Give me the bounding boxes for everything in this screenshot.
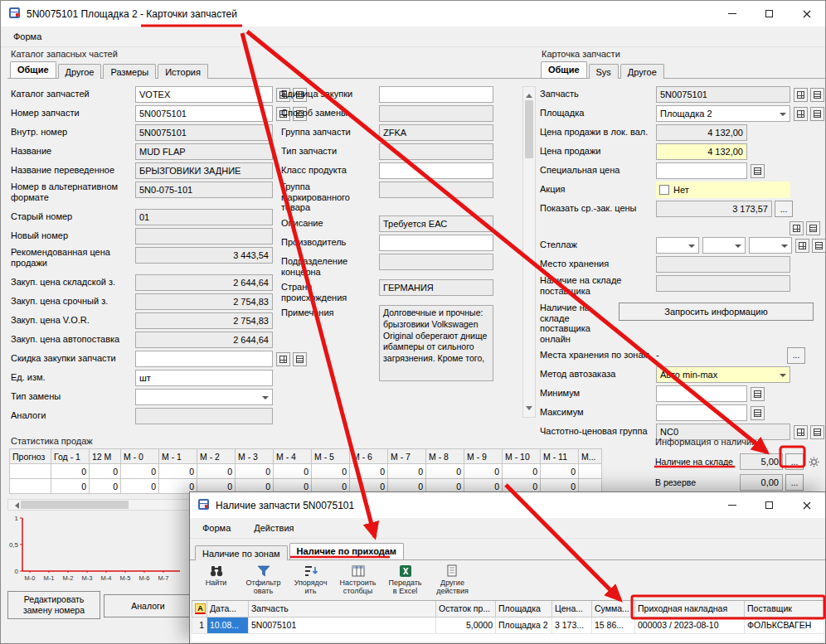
text-input[interactable]: шт — [135, 370, 273, 386]
card-tab-2[interactable]: Другое — [620, 64, 664, 79]
toolbar-columns-button[interactable]: Настроитьстолбцы — [335, 562, 381, 600]
table-cell[interactable]: 15 86... — [592, 617, 635, 633]
field-row: Цена продажи4 132,00 — [540, 143, 825, 160]
maximize-icon — [765, 501, 773, 509]
ellipsis-button[interactable]: ... — [775, 201, 793, 217]
toolbar-sort-button[interactable]: Упорядочить — [288, 562, 333, 600]
column-header[interactable]: Дата... — [207, 601, 249, 617]
text-input[interactable] — [656, 404, 747, 421]
menu-item-0[interactable]: Форма — [10, 30, 45, 43]
popup-menu-item-0[interactable]: Форма — [199, 521, 234, 535]
checkbox[interactable] — [659, 185, 669, 195]
minimize-button[interactable] — [713, 1, 751, 27]
edit-replacement-button[interactable]: Редактировать замену номера — [7, 591, 100, 619]
popup-window-title: Наличие запчасти 5N0075101 — [216, 500, 354, 511]
text-input[interactable] — [379, 86, 493, 103]
table-cell[interactable]: 3 173... — [552, 617, 592, 633]
column-header[interactable]: Приходная накладная — [635, 601, 745, 617]
text-input[interactable] — [656, 162, 747, 179]
grid-select-button[interactable] — [794, 88, 808, 102]
scroll-thumb[interactable] — [525, 100, 533, 158]
ellipsis-button[interactable]: ... — [787, 347, 805, 364]
toolbar-actions-button[interactable]: Другиедействия — [430, 562, 475, 600]
catalog-tabs: ОбщиеДругоеРазмерыИстория — [7, 61, 538, 79]
field-row: Минимум — [540, 385, 825, 402]
field-label: Частотно-ценовая группа — [540, 424, 656, 437]
card-select-button[interactable] — [810, 88, 824, 102]
column-header[interactable]: Цена... — [552, 601, 592, 617]
text-input[interactable] — [379, 162, 493, 179]
toolbar-binoculars-button[interactable]: Найти — [193, 562, 239, 600]
stats-cell: 0 — [274, 464, 312, 479]
table-cell[interactable]: ФОЛЬКСВАГЕН — [745, 617, 824, 633]
column-header[interactable]: Остаток пр... — [436, 601, 496, 617]
dropdown[interactable]: Площадка 2 — [656, 105, 790, 122]
maximize-button[interactable] — [751, 492, 788, 518]
card-tab-0[interactable]: Общие — [541, 61, 587, 78]
table-cell[interactable]: 10.08... — [207, 617, 249, 633]
field-text: 5,00 — [761, 457, 779, 467]
table-cell[interactable]: Площадка 2 — [496, 617, 552, 633]
card-select-button[interactable] — [812, 239, 826, 253]
gear-icon[interactable] — [806, 454, 821, 469]
close-button[interactable] — [788, 1, 825, 27]
ellipsis-button[interactable]: ... — [785, 453, 804, 470]
availability-panel-title: Информация о наличии — [655, 436, 826, 449]
text-input[interactable] — [379, 235, 493, 251]
maximize-button[interactable] — [751, 1, 788, 27]
toolbar-excel-button[interactable]: Передатьв Excel — [382, 562, 428, 600]
toolbar-filter-button[interactable]: Отфильтровать — [241, 562, 286, 600]
grid-select-button[interactable] — [795, 239, 809, 253]
catalog-tab-2[interactable]: Размеры — [103, 64, 156, 79]
text-input[interactable] — [135, 351, 273, 367]
table-cell[interactable]: 5N0075101 — [249, 617, 436, 633]
shelf-combo-2[interactable] — [702, 237, 746, 254]
calculator-button[interactable] — [751, 406, 765, 420]
catalog-tab-0[interactable]: Общие — [10, 61, 56, 78]
text-input[interactable]: 5N0075101 — [135, 105, 273, 122]
popup-menu-item-1[interactable]: Действия — [250, 521, 297, 535]
text-input[interactable] — [656, 385, 747, 402]
dropdown[interactable]: Авто min-max — [656, 366, 790, 383]
minimize-button[interactable] — [713, 492, 751, 518]
stats-cell: 0 — [312, 464, 350, 479]
catalog-tab-3[interactable]: История — [158, 64, 208, 79]
card-tab-1[interactable]: Sys — [589, 64, 619, 79]
popup-tab-1[interactable]: Наличие по приходам — [289, 543, 404, 559]
marker-column-header[interactable]: A — [192, 601, 207, 617]
part-card-panel: Карточка запчасти ОбщиеSysДругое Запчаст… — [538, 48, 826, 433]
text-input[interactable]: VOTEX — [135, 86, 273, 103]
grid-select-button[interactable] — [790, 221, 804, 235]
column-header[interactable]: Сумма... — [592, 601, 635, 617]
shelf-combo-3[interactable] — [749, 237, 792, 254]
calculator-icon — [754, 167, 761, 175]
request-info-button[interactable]: Запросить информацию — [619, 303, 814, 321]
grid-select-button[interactable] — [794, 107, 808, 121]
calculator-button[interactable] — [751, 164, 765, 178]
card-select-button[interactable] — [810, 107, 824, 121]
scroll-up-icon[interactable] — [523, 87, 535, 99]
analogs-button[interactable]: Аналоги — [104, 594, 192, 617]
catalog-tab-1[interactable]: Другое — [58, 64, 102, 79]
table-row[interactable]: 110.08...5N00751015,0000Площадка 23 173.… — [192, 617, 824, 633]
columns-icon — [351, 563, 366, 579]
shelf-combo-1[interactable] — [656, 237, 699, 254]
popup-tab-0[interactable]: Наличие по зонам — [195, 545, 288, 560]
column-header[interactable]: Запчасть — [249, 601, 436, 617]
calculator-button[interactable] — [751, 387, 765, 401]
close-button[interactable] — [788, 492, 825, 518]
table-cell[interactable]: 000003 / 2023-08-10 — [635, 617, 745, 633]
scroll-down-icon[interactable] — [523, 404, 535, 417]
field-row: Внутр. номер5N0075101 — [11, 124, 279, 141]
scroll-left-icon[interactable] — [8, 500, 20, 510]
dropdown[interactable] — [135, 389, 273, 405]
ellipsis-button[interactable]: ... — [785, 474, 804, 491]
field-text: шт — [139, 373, 151, 383]
hscroll-thumb[interactable] — [21, 501, 129, 509]
field-value[interactable]: 4 132,00 — [656, 143, 747, 160]
table-cell[interactable]: 5,0000 — [436, 617, 496, 633]
card-select-button[interactable] — [806, 221, 820, 235]
catalog-scrollbar[interactable] — [522, 86, 536, 418]
column-header[interactable]: Поставщик — [745, 601, 824, 617]
column-header[interactable]: Площадка — [496, 601, 552, 617]
